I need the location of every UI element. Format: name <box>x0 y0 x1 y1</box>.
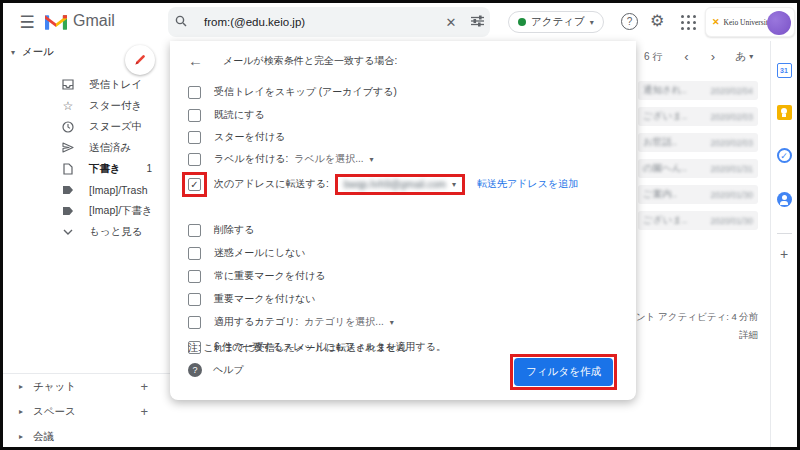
option-star: スターを付ける <box>170 127 636 147</box>
chevron-right-icon: ▸ <box>19 382 23 391</box>
clear-search-icon[interactable]: ✕ <box>438 15 464 30</box>
sidebar-item-meet[interactable]: ▸ 会議 <box>3 424 170 449</box>
new-chat-icon[interactable]: + <box>140 379 148 394</box>
checkbox[interactable] <box>188 109 201 122</box>
availability-status-chip[interactable]: アクティブ ▾ <box>508 11 604 33</box>
org-name: Keio University <box>724 18 772 27</box>
add-addon-icon[interactable]: + <box>780 246 788 262</box>
email-row[interactable]: ございま.. 2020/02/03 <box>638 107 758 126</box>
checkbox[interactable] <box>188 131 201 144</box>
mail-section-header[interactable]: ▾ メール <box>11 45 54 59</box>
account-badge[interactable]: ✕ Keio University <box>705 7 795 37</box>
menu-icon[interactable]: ☰ <box>15 10 39 34</box>
label-tag-icon <box>61 206 75 216</box>
chevron-down-icon: ▾ <box>452 180 456 189</box>
search-icon[interactable] <box>168 15 194 30</box>
pencil-icon <box>133 53 147 67</box>
sidebar: ▾ メール 受信トレイ ☆ スター付き <box>3 41 170 447</box>
help-icon: ? <box>188 363 202 377</box>
activity-text: ント アクティビティ: 4 分前 <box>636 311 758 324</box>
sidebar-item-inbox[interactable]: 受信トレイ <box>3 74 170 95</box>
checkbox[interactable] <box>188 270 201 283</box>
chevron-right-icon: ▸ <box>19 432 23 441</box>
label-tag-icon <box>61 185 75 195</box>
result-count: 6 行 <box>644 50 662 64</box>
label-select-dropdown[interactable]: ラベルを選択... ▾ <box>294 152 373 166</box>
forwarding-note: 注: これまでに受信したメールは転送されません <box>188 341 407 355</box>
star-icon: ☆ <box>61 99 75 113</box>
gmail-window: ☰ Gmail from:(@edu.keio.jp) ✕ <box>0 0 800 450</box>
top-bar: ☰ Gmail from:(@edu.keio.jp) ✕ <box>3 3 797 41</box>
chevron-down-icon <box>61 229 75 235</box>
sidebar-item-more[interactable]: もっと見る <box>3 221 170 242</box>
sidebar-item-snoozed[interactable]: スヌーズ中 <box>3 116 170 137</box>
create-filter-button[interactable]: フィルタを作成 <box>514 358 613 386</box>
checkbox[interactable] <box>188 247 201 260</box>
checkbox[interactable] <box>188 153 201 166</box>
sidebar-item-starred[interactable]: ☆ スター付き <box>3 95 170 116</box>
sidebar-item-imap-trash[interactable]: [Imap]/Trash <box>3 179 170 200</box>
status-label: アクティブ <box>531 15 585 29</box>
option-never-important: 重要マークを付けない <box>170 289 636 309</box>
list-toolbar: 6 行 ‹ › あ ▾ <box>636 49 766 64</box>
search-options-icon[interactable] <box>464 15 490 30</box>
input-method-selector[interactable]: あ ▾ <box>735 49 753 64</box>
calendar-icon[interactable]: 31 <box>777 63 792 78</box>
add-forwarding-address-link[interactable]: 転送先アドレスを追加 <box>477 177 578 191</box>
account-activity-footer: ント アクティビティ: 4 分前 詳細 <box>636 311 758 342</box>
email-row[interactable]: の園へん.. 2020/01/31 <box>638 159 758 178</box>
search-bar[interactable]: from:(@edu.keio.jp) ✕ <box>168 7 490 37</box>
back-arrow-icon[interactable]: ← <box>188 52 203 69</box>
email-row[interactable]: お世話.. 2020/02/03 <box>638 133 758 152</box>
chevron-right-icon: ▸ <box>19 407 23 416</box>
new-space-icon[interactable]: + <box>140 404 148 419</box>
settings-gear-icon[interactable]: ⚙ <box>650 11 664 30</box>
chevron-down-icon: ▾ <box>590 18 594 27</box>
keep-icon[interactable] <box>777 105 792 120</box>
option-always-important: 常に重要マークを付ける <box>170 266 636 286</box>
sidebar-item-chat[interactable]: ▸ チャット + <box>3 374 170 399</box>
send-icon <box>61 142 75 153</box>
email-row[interactable]: ございま.. 2020/01/30 <box>638 211 758 230</box>
checkbox[interactable] <box>188 293 201 306</box>
newer-page-icon[interactable]: ‹ <box>684 49 688 64</box>
option-delete: 削除する <box>170 220 636 240</box>
annotation-red-box: ✓ <box>182 172 207 197</box>
avatar[interactable] <box>767 11 791 35</box>
rail-divider <box>777 233 792 234</box>
forward-address-dropdown[interactable]: bwqp.hrh9@gmail.com ▾ <box>335 174 465 195</box>
draft-count-badge: 1 <box>146 163 152 174</box>
checkbox[interactable] <box>188 224 201 237</box>
sidebar-item-spaces[interactable]: ▸ スペース + <box>3 399 170 424</box>
option-skip-inbox: 受信トレイをスキップ (アーカイブする) <box>170 82 636 102</box>
sidebar-item-sent[interactable]: 送信済み <box>3 137 170 158</box>
contacts-icon[interactable] <box>777 192 792 207</box>
option-mark-read: 既読にする <box>170 105 636 125</box>
sidebar-item-drafts[interactable]: 下書き 1 <box>3 158 170 179</box>
email-row[interactable]: 通知され.. 2020/02/04 <box>638 81 758 100</box>
sidebar-folder-list: 受信トレイ ☆ スター付き スヌーズ中 送信済み <box>3 74 170 242</box>
option-never-spam: 迷惑メールにしない <box>170 243 636 263</box>
help-link[interactable]: ? ヘルプ <box>188 363 244 377</box>
email-row[interactable]: ご案内.. 2020/01/30 <box>638 185 758 204</box>
app-title: Gmail <box>73 12 115 30</box>
sidebar-bottom-sections: ▸ チャット + ▸ スペース + ▸ 会議 <box>3 373 170 449</box>
option-apply-label: ラベルを付ける: ラベルを選択... ▾ <box>170 149 636 169</box>
older-page-icon[interactable]: › <box>711 49 715 64</box>
details-link[interactable]: 詳細 <box>636 329 758 342</box>
checkbox[interactable] <box>188 86 201 99</box>
search-input[interactable]: from:(@edu.keio.jp) <box>204 16 438 28</box>
gmail-logo-icon <box>45 14 67 35</box>
right-rail: 31 ✓ + <box>770 41 797 447</box>
sidebar-item-imap-drafts[interactable]: [Imap]/下書き <box>3 200 170 221</box>
annotation-red-box: フィルタを作成 <box>510 354 617 390</box>
tasks-icon[interactable]: ✓ <box>777 148 792 163</box>
active-status-icon <box>518 18 526 26</box>
compose-button[interactable] <box>125 45 155 75</box>
chevron-down-icon: ▾ <box>749 52 753 61</box>
checkbox-checked[interactable]: ✓ <box>188 178 201 191</box>
apps-grid-icon[interactable] <box>681 15 696 30</box>
dialog-title: メールが検索条件と完全一致する場合: <box>223 54 397 68</box>
help-icon[interactable]: ? <box>621 13 638 30</box>
draft-icon <box>61 163 75 175</box>
